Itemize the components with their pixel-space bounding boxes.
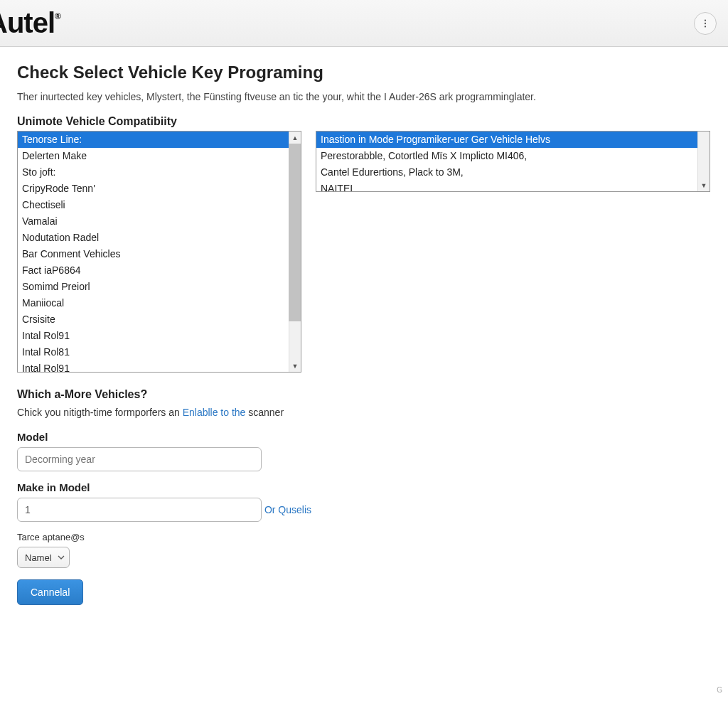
scroll-down-button[interactable]: ▼ bbox=[289, 360, 301, 372]
page-title: Check Select Vehicle Key Programing bbox=[17, 63, 711, 82]
brand-logo: Autel® bbox=[0, 7, 60, 39]
mode-listbox[interactable]: Inastion in Mode Programiker-uer Ger Veh… bbox=[316, 131, 710, 192]
scroll-thumb[interactable] bbox=[289, 144, 301, 321]
list-item[interactable]: Nodutation Radel bbox=[18, 230, 289, 246]
model-input[interactable] bbox=[17, 447, 262, 471]
brand-text: Autel bbox=[0, 7, 55, 38]
page-intro: Ther inurtected key vehicles, Mlystert, … bbox=[17, 91, 711, 102]
brand-mark: ® bbox=[55, 11, 60, 21]
model-label: Model bbox=[17, 431, 711, 443]
vehicle-listbox[interactable]: Tenorse Line:Delerten MakeSto joft:Cripy… bbox=[17, 131, 301, 373]
more-vehicles-heading: Which a-More Vehicles? bbox=[17, 388, 711, 401]
lists-row: Tenorse Line:Delerten MakeSto joft:Cripy… bbox=[17, 131, 711, 373]
tarce-select-value: Namel bbox=[25, 552, 52, 563]
make-label: Make in Model bbox=[17, 481, 711, 493]
tarce-label: Tarce aptane@s bbox=[17, 532, 711, 542]
list-item[interactable]: Intal Rol91 bbox=[18, 328, 289, 344]
mode-listbox-scrollbar[interactable]: ▲ ▼ bbox=[697, 132, 710, 191]
list-item[interactable]: Chectiseli bbox=[18, 197, 289, 213]
list-item[interactable]: NAITEI bbox=[316, 181, 697, 191]
make-input[interactable] bbox=[17, 498, 262, 522]
list-item[interactable]: Bar Conment Vehicles bbox=[18, 246, 289, 262]
header-bar: Autel® bbox=[0, 0, 728, 47]
compat-heading: Unimote Vehicle Compatibiity bbox=[17, 115, 711, 128]
tarce-select[interactable]: Namel bbox=[17, 547, 70, 568]
list-item[interactable]: Crsisite bbox=[18, 311, 289, 328]
list-item[interactable]: Delerten Make bbox=[18, 148, 289, 164]
list-item[interactable]: CripyRode Tenn' bbox=[18, 181, 289, 197]
scroll-down-button[interactable]: ▼ bbox=[698, 179, 710, 191]
list-item[interactable]: Tenorse Line: bbox=[18, 132, 289, 148]
helper-suffix: scanner bbox=[245, 407, 284, 418]
more-button[interactable] bbox=[694, 12, 717, 35]
list-item[interactable]: Somimd Preiorl bbox=[18, 279, 289, 295]
chevron-down-icon bbox=[58, 554, 65, 561]
svg-point-1 bbox=[705, 22, 706, 23]
list-item[interactable]: Maniiocal bbox=[18, 295, 289, 311]
submit-button[interactable]: Cannelal bbox=[17, 579, 83, 605]
vehicle-listbox-items: Tenorse Line:Delerten MakeSto joft:Cripy… bbox=[18, 132, 289, 372]
list-item[interactable]: Cantel Edurertions, Plack to 3M, bbox=[316, 164, 697, 181]
or-quselis-link[interactable]: Or Quselis bbox=[264, 504, 311, 515]
list-item[interactable]: Intal Rol91 bbox=[18, 360, 289, 372]
vehicle-listbox-scrollbar[interactable]: ▲ ▼ bbox=[289, 132, 301, 372]
svg-point-0 bbox=[705, 19, 706, 21]
scroll-up-button[interactable]: ▲ bbox=[289, 132, 301, 144]
more-vertical-icon bbox=[700, 18, 710, 28]
mode-listbox-items: Inastion in Mode Programiker-uer Ger Veh… bbox=[316, 132, 697, 191]
page-content: Check Select Vehicle Key Programing Ther… bbox=[0, 47, 728, 605]
list-item[interactable]: Intal Rol81 bbox=[18, 344, 289, 360]
list-item[interactable]: Sto joft: bbox=[18, 164, 289, 181]
more-vehicles-helper: Chick you nitigth-time formporfers an En… bbox=[17, 407, 711, 418]
list-item[interactable]: Inastion in Mode Programiker-uer Ger Veh… bbox=[316, 132, 697, 148]
list-item[interactable]: Fact iaP6864 bbox=[18, 262, 289, 279]
footnote: G bbox=[717, 686, 722, 694]
helper-prefix: Chick you nitigth-time formporfers an bbox=[17, 407, 183, 418]
svg-point-2 bbox=[705, 26, 706, 27]
enable-scanner-link[interactable]: Enlablle to the bbox=[183, 407, 246, 418]
list-item[interactable]: Perestorabble, Cotortled Mïs X Implicto … bbox=[316, 148, 697, 164]
list-item[interactable]: Vamalai bbox=[18, 213, 289, 230]
